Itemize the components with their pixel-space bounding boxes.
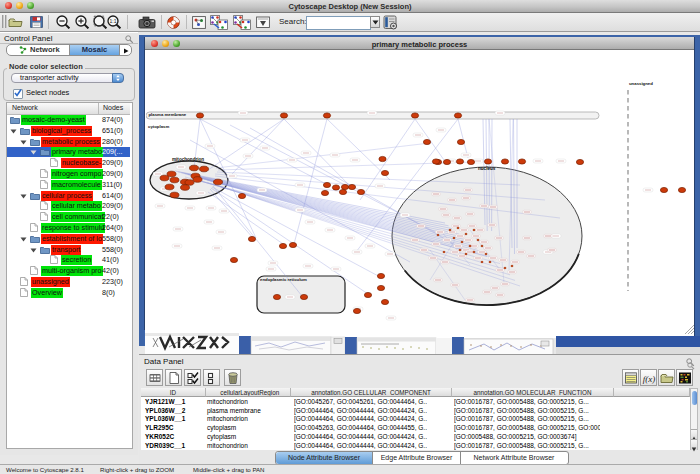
svg-text:f(x): f(x): [643, 374, 656, 384]
svg-text:1:1: 1:1: [110, 18, 117, 24]
